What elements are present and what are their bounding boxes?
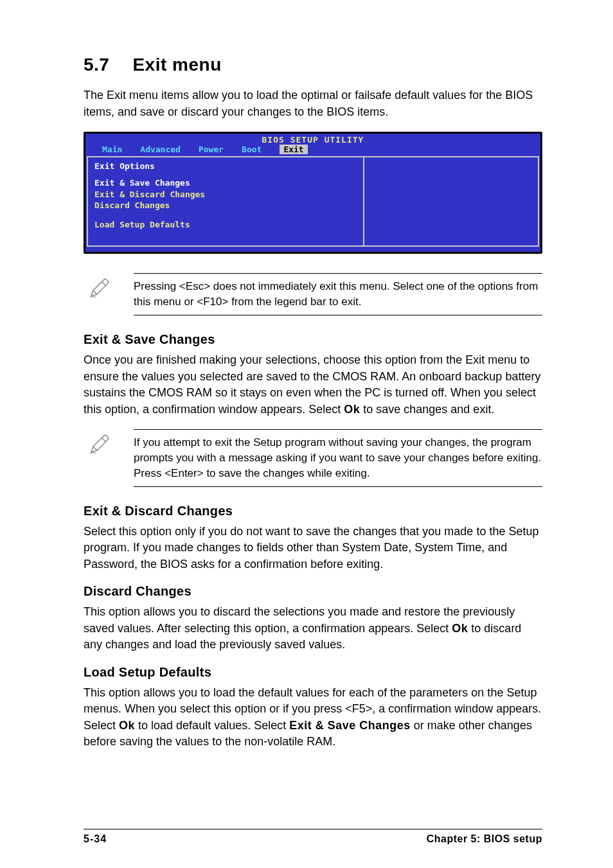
svg-line-2 (93, 447, 97, 450)
bios-tab-boot[interactable]: Boot (233, 145, 271, 154)
note-esc: Pressing <Esc> does not immediately exit… (84, 273, 542, 315)
page-footer: 5-34 Chapter 5: BIOS setup (84, 829, 542, 845)
body-exit-save-post: to save changes and exit. (360, 403, 494, 416)
ok-text: Ok (119, 719, 135, 732)
heading-exit-save: Exit & Save Changes (84, 332, 542, 347)
heading-discard: Discard Changes (84, 584, 542, 599)
bios-item-exit-save[interactable]: Exit & Save Changes (94, 177, 357, 189)
heading-exit-discard: Exit & Discard Changes (84, 504, 542, 518)
svg-line-0 (93, 290, 97, 294)
body-discard-pre: This option allows you to discard the se… (84, 605, 515, 635)
bios-exit-options-heading: Exit Options (94, 161, 357, 171)
page-number: 5-34 (84, 833, 107, 845)
pencil-icon (84, 429, 114, 456)
bios-tab-power[interactable]: Power (190, 145, 233, 154)
section-number: 5.7 (84, 55, 109, 75)
chapter-label: Chapter 5: BIOS setup (427, 833, 542, 845)
bios-tab-main[interactable]: Main (93, 145, 131, 154)
bios-right-panel (364, 156, 539, 247)
body-load-defaults: This option allows you to load the defau… (84, 685, 542, 750)
note-esc-text: Pressing <Esc> does not immediately exit… (134, 273, 542, 315)
bios-body: Exit Options Exit & Save Changes Exit & … (85, 156, 540, 252)
bios-tab-bar: Main Advanced Power Boot Exit (85, 145, 540, 156)
svg-line-3 (102, 438, 106, 442)
body-discard: This option allows you to discard the se… (84, 604, 542, 653)
bios-tab-advanced[interactable]: Advanced (131, 145, 190, 154)
body-exit-discard: Select this option only if you do not wa… (84, 524, 542, 573)
section-heading-text: Exit menu (132, 55, 221, 75)
bios-item-discard[interactable]: Discard Changes (94, 200, 357, 211)
bios-setup-utility-box: BIOS SETUP UTILITY Main Advanced Power B… (84, 132, 542, 254)
note-exit-without-save-text: If you attempt to exit the Setup program… (134, 429, 542, 486)
ok-text: Ok (344, 403, 360, 416)
body-exit-save: Once you are finished making your select… (84, 352, 542, 418)
pencil-icon (84, 273, 114, 300)
bios-title: BIOS SETUP UTILITY (85, 134, 540, 145)
heading-load-defaults: Load Setup Defaults (84, 665, 542, 680)
body-defaults-mid: to load default values. Select (135, 719, 289, 732)
note-exit-without-save: If you attempt to exit the Setup program… (84, 429, 542, 486)
bios-tab-exit[interactable]: Exit (280, 145, 307, 154)
bios-left-panel: Exit Options Exit & Save Changes Exit & … (87, 156, 364, 247)
exit-save-bold: Exit & Save Changes (289, 719, 411, 732)
intro-paragraph: The Exit menu items allow you to load th… (84, 87, 542, 120)
svg-line-1 (102, 282, 106, 286)
section-title: 5.7Exit menu (84, 55, 542, 75)
bios-item-load-defaults[interactable]: Load Setup Defaults (94, 219, 357, 231)
bios-item-exit-discard[interactable]: Exit & Discard Changes (94, 189, 357, 200)
ok-text: Ok (452, 622, 468, 635)
